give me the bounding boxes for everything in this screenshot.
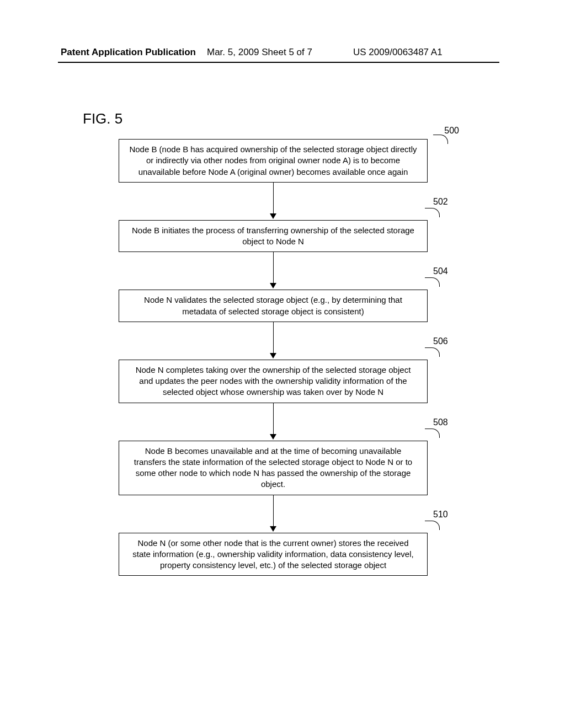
ref-leader-icon xyxy=(433,135,448,144)
header-publication-type: Patent Application Publication xyxy=(61,47,196,58)
connector: 502 xyxy=(119,183,428,220)
connector: 504 xyxy=(119,252,428,290)
arrow-line-icon xyxy=(273,403,274,435)
flow-step: Node B initiates the process of transfer… xyxy=(119,220,428,253)
header-date-sheet: Mar. 5, 2009 Sheet 5 of 7 xyxy=(207,47,312,58)
arrow-down-icon xyxy=(270,434,276,440)
ref-number: 510 xyxy=(433,510,466,520)
arrow-down-icon xyxy=(270,526,276,532)
ref-leader-icon xyxy=(425,521,440,530)
arrow-line-icon xyxy=(273,322,274,354)
ref-number: 504 xyxy=(433,266,466,276)
flow-step: Node N completes taking over the ownersh… xyxy=(119,360,428,403)
ref-number: 506 xyxy=(433,336,466,346)
ref-number: 508 xyxy=(433,417,466,427)
header-rule xyxy=(58,62,499,63)
arrow-line-icon xyxy=(273,183,274,215)
arrow-line-icon xyxy=(273,495,274,527)
ref-leader-icon xyxy=(425,277,440,287)
connector: 506 xyxy=(119,322,428,360)
flow-step: Node N (or some other node that is the c… xyxy=(119,533,428,576)
figure-label: FIG. 5 xyxy=(83,110,122,127)
header-publication-number: US 2009/0063487 A1 xyxy=(353,47,443,58)
arrow-down-icon xyxy=(270,353,276,358)
connector: 508 xyxy=(119,403,428,441)
ref-leader-icon xyxy=(425,208,440,217)
flow-step: Node B becomes unavailable and at the ti… xyxy=(119,441,428,495)
ref-leader-icon xyxy=(425,429,440,438)
ref-number: 500 xyxy=(444,126,459,136)
flowchart: 500 Node B (node B has acquired ownershi… xyxy=(110,139,436,576)
arrow-line-icon xyxy=(273,252,274,284)
flow-step: Node N validates the selected storage ob… xyxy=(119,290,428,322)
arrow-down-icon xyxy=(270,213,276,219)
arrow-down-icon xyxy=(270,283,276,288)
page: Patent Application Publication Mar. 5, 2… xyxy=(0,0,565,728)
connector: 510 xyxy=(119,495,428,533)
ref-leader-icon xyxy=(425,347,440,357)
ref-number: 502 xyxy=(433,197,466,207)
flow-step: Node B (node B has acquired ownership of… xyxy=(119,139,428,183)
